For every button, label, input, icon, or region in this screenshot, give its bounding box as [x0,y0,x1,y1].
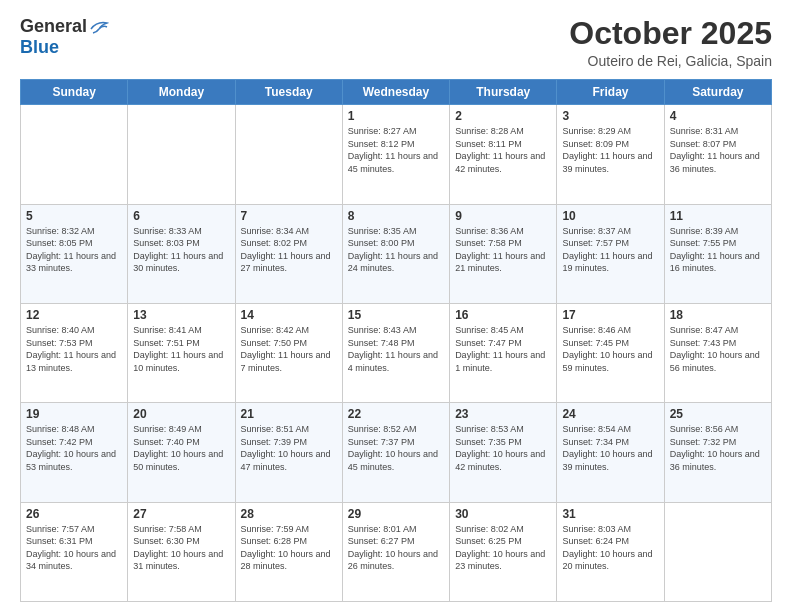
day-number: 17 [562,308,658,322]
day-info: Sunrise: 8:33 AMSunset: 8:03 PMDaylight:… [133,225,229,275]
day-info: Sunrise: 8:45 AMSunset: 7:47 PMDaylight:… [455,324,551,374]
day-info: Sunrise: 8:01 AMSunset: 6:27 PMDaylight:… [348,523,444,573]
day-info: Sunrise: 7:57 AMSunset: 6:31 PMDaylight:… [26,523,122,573]
day-number: 29 [348,507,444,521]
calendar-header-row: Sunday Monday Tuesday Wednesday Thursday… [21,80,772,105]
table-row: 20Sunrise: 8:49 AMSunset: 7:40 PMDayligh… [128,403,235,502]
calendar-week-row: 19Sunrise: 8:48 AMSunset: 7:42 PMDayligh… [21,403,772,502]
table-row: 22Sunrise: 8:52 AMSunset: 7:37 PMDayligh… [342,403,449,502]
table-row: 23Sunrise: 8:53 AMSunset: 7:35 PMDayligh… [450,403,557,502]
day-info: Sunrise: 8:51 AMSunset: 7:39 PMDaylight:… [241,423,337,473]
day-number: 3 [562,109,658,123]
col-friday: Friday [557,80,664,105]
day-info: Sunrise: 8:31 AMSunset: 8:07 PMDaylight:… [670,125,766,175]
table-row: 8Sunrise: 8:35 AMSunset: 8:00 PMDaylight… [342,204,449,303]
table-row [128,105,235,204]
table-row: 1Sunrise: 8:27 AMSunset: 8:12 PMDaylight… [342,105,449,204]
col-monday: Monday [128,80,235,105]
table-row: 14Sunrise: 8:42 AMSunset: 7:50 PMDayligh… [235,303,342,402]
day-number: 18 [670,308,766,322]
month-title: October 2025 [569,16,772,51]
col-thursday: Thursday [450,80,557,105]
day-info: Sunrise: 8:36 AMSunset: 7:58 PMDaylight:… [455,225,551,275]
subtitle: Outeiro de Rei, Galicia, Spain [569,53,772,69]
day-info: Sunrise: 8:28 AMSunset: 8:11 PMDaylight:… [455,125,551,175]
logo-bird-icon [89,19,109,35]
table-row [664,502,771,601]
day-info: Sunrise: 7:59 AMSunset: 6:28 PMDaylight:… [241,523,337,573]
day-number: 6 [133,209,229,223]
table-row: 5Sunrise: 8:32 AMSunset: 8:05 PMDaylight… [21,204,128,303]
calendar-week-row: 1Sunrise: 8:27 AMSunset: 8:12 PMDaylight… [21,105,772,204]
table-row: 10Sunrise: 8:37 AMSunset: 7:57 PMDayligh… [557,204,664,303]
day-info: Sunrise: 8:29 AMSunset: 8:09 PMDaylight:… [562,125,658,175]
day-info: Sunrise: 8:32 AMSunset: 8:05 PMDaylight:… [26,225,122,275]
day-number: 4 [670,109,766,123]
day-info: Sunrise: 8:39 AMSunset: 7:55 PMDaylight:… [670,225,766,275]
title-block: October 2025 Outeiro de Rei, Galicia, Sp… [569,16,772,69]
day-number: 25 [670,407,766,421]
logo: General Blue [20,16,109,58]
table-row: 29Sunrise: 8:01 AMSunset: 6:27 PMDayligh… [342,502,449,601]
day-info: Sunrise: 8:34 AMSunset: 8:02 PMDaylight:… [241,225,337,275]
table-row: 30Sunrise: 8:02 AMSunset: 6:25 PMDayligh… [450,502,557,601]
day-number: 30 [455,507,551,521]
table-row: 4Sunrise: 8:31 AMSunset: 8:07 PMDaylight… [664,105,771,204]
day-number: 19 [26,407,122,421]
table-row: 2Sunrise: 8:28 AMSunset: 8:11 PMDaylight… [450,105,557,204]
table-row: 7Sunrise: 8:34 AMSunset: 8:02 PMDaylight… [235,204,342,303]
day-info: Sunrise: 8:47 AMSunset: 7:43 PMDaylight:… [670,324,766,374]
day-info: Sunrise: 7:58 AMSunset: 6:30 PMDaylight:… [133,523,229,573]
calendar-week-row: 12Sunrise: 8:40 AMSunset: 7:53 PMDayligh… [21,303,772,402]
table-row: 28Sunrise: 7:59 AMSunset: 6:28 PMDayligh… [235,502,342,601]
table-row: 24Sunrise: 8:54 AMSunset: 7:34 PMDayligh… [557,403,664,502]
day-number: 26 [26,507,122,521]
day-number: 5 [26,209,122,223]
table-row: 18Sunrise: 8:47 AMSunset: 7:43 PMDayligh… [664,303,771,402]
day-number: 24 [562,407,658,421]
table-row: 11Sunrise: 8:39 AMSunset: 7:55 PMDayligh… [664,204,771,303]
table-row: 9Sunrise: 8:36 AMSunset: 7:58 PMDaylight… [450,204,557,303]
day-info: Sunrise: 8:27 AMSunset: 8:12 PMDaylight:… [348,125,444,175]
day-number: 10 [562,209,658,223]
table-row: 13Sunrise: 8:41 AMSunset: 7:51 PMDayligh… [128,303,235,402]
col-wednesday: Wednesday [342,80,449,105]
day-number: 22 [348,407,444,421]
day-info: Sunrise: 8:35 AMSunset: 8:00 PMDaylight:… [348,225,444,275]
day-info: Sunrise: 8:02 AMSunset: 6:25 PMDaylight:… [455,523,551,573]
table-row: 16Sunrise: 8:45 AMSunset: 7:47 PMDayligh… [450,303,557,402]
day-number: 27 [133,507,229,521]
day-number: 16 [455,308,551,322]
day-number: 23 [455,407,551,421]
table-row [235,105,342,204]
col-tuesday: Tuesday [235,80,342,105]
page: General Blue October 2025 Outeiro de Rei… [0,0,792,612]
day-info: Sunrise: 8:37 AMSunset: 7:57 PMDaylight:… [562,225,658,275]
table-row [21,105,128,204]
table-row: 15Sunrise: 8:43 AMSunset: 7:48 PMDayligh… [342,303,449,402]
col-sunday: Sunday [21,80,128,105]
day-number: 15 [348,308,444,322]
day-info: Sunrise: 8:52 AMSunset: 7:37 PMDaylight:… [348,423,444,473]
day-info: Sunrise: 8:56 AMSunset: 7:32 PMDaylight:… [670,423,766,473]
day-info: Sunrise: 8:54 AMSunset: 7:34 PMDaylight:… [562,423,658,473]
logo-blue-text: Blue [20,37,59,58]
table-row: 26Sunrise: 7:57 AMSunset: 6:31 PMDayligh… [21,502,128,601]
day-info: Sunrise: 8:41 AMSunset: 7:51 PMDaylight:… [133,324,229,374]
calendar-week-row: 5Sunrise: 8:32 AMSunset: 8:05 PMDaylight… [21,204,772,303]
day-info: Sunrise: 8:53 AMSunset: 7:35 PMDaylight:… [455,423,551,473]
table-row: 6Sunrise: 8:33 AMSunset: 8:03 PMDaylight… [128,204,235,303]
table-row: 21Sunrise: 8:51 AMSunset: 7:39 PMDayligh… [235,403,342,502]
table-row: 27Sunrise: 7:58 AMSunset: 6:30 PMDayligh… [128,502,235,601]
logo-general-text: General [20,16,87,37]
day-number: 2 [455,109,551,123]
day-number: 9 [455,209,551,223]
table-row: 25Sunrise: 8:56 AMSunset: 7:32 PMDayligh… [664,403,771,502]
table-row: 19Sunrise: 8:48 AMSunset: 7:42 PMDayligh… [21,403,128,502]
day-info: Sunrise: 8:49 AMSunset: 7:40 PMDaylight:… [133,423,229,473]
table-row: 17Sunrise: 8:46 AMSunset: 7:45 PMDayligh… [557,303,664,402]
day-info: Sunrise: 8:48 AMSunset: 7:42 PMDaylight:… [26,423,122,473]
col-saturday: Saturday [664,80,771,105]
day-info: Sunrise: 8:43 AMSunset: 7:48 PMDaylight:… [348,324,444,374]
day-number: 21 [241,407,337,421]
